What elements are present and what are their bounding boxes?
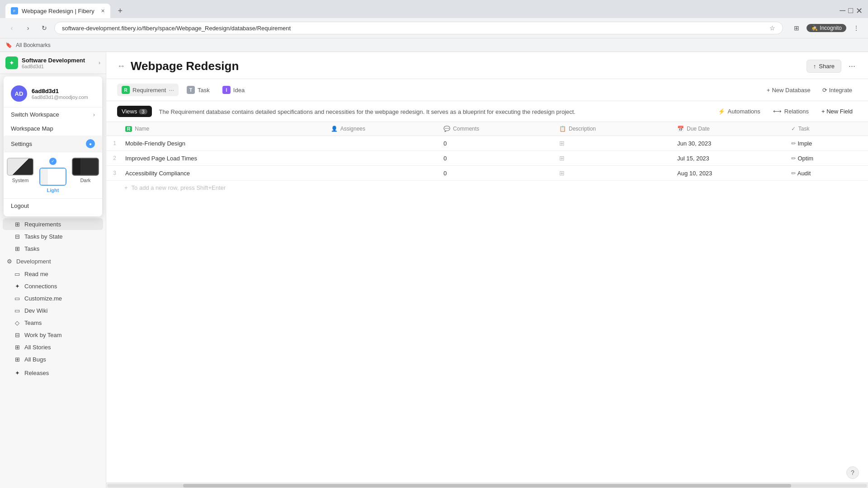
sidebar-item-customize[interactable]: ▭ Customize.me — [3, 292, 103, 304]
logout-item[interactable]: Logout — [4, 199, 102, 213]
row-name[interactable]: Improved Page Load Times — [120, 151, 326, 166]
readme-icon: ▭ — [14, 270, 21, 277]
theme-dark-option[interactable]: Dark — [72, 158, 99, 193]
description-placeholder-icon: ⊞ — [559, 140, 565, 147]
sidebar-item-tasks[interactable]: ⊞ Tasks — [3, 243, 103, 254]
theme-preview-inner — [8, 159, 33, 175]
development-header[interactable]: ⚙ Development — [0, 255, 106, 267]
more-options-button[interactable]: ··· — [847, 60, 857, 73]
theme-light-option[interactable]: ✓ Light — [39, 158, 66, 193]
integrate-button[interactable]: ⟳ Integrate — [817, 84, 857, 96]
row-comments[interactable]: 0 — [438, 166, 554, 181]
automations-button[interactable]: ⚡ Automations — [713, 106, 765, 117]
back-button[interactable]: ‹ — [5, 22, 18, 34]
row-due-date[interactable]: Aug 10, 2023 — [672, 166, 786, 181]
name-column-header[interactable]: R Name — [120, 122, 326, 136]
add-row-button[interactable]: + To add a new row, press Shift+Enter — [106, 181, 868, 195]
browser-tab[interactable]: F Webpage Redesign | Fibery ✕ — [5, 4, 110, 18]
new-field-button[interactable]: + New Field — [817, 106, 857, 117]
theme-system-option[interactable]: System — [7, 158, 34, 193]
due-date-column-header[interactable]: 📅 Due Date — [672, 122, 786, 136]
switch-workspace-label: Switch Workspace — [11, 111, 59, 118]
sidebar-item-releases[interactable]: ✦ Releases — [3, 367, 103, 379]
row-description[interactable]: ⊞ — [554, 136, 672, 151]
tab-close-button[interactable]: ✕ — [101, 8, 105, 14]
new-tab-button[interactable]: + — [114, 5, 127, 17]
settings-item[interactable]: Settings ● — [4, 136, 102, 152]
sidebar-item-dev-wiki[interactable]: ▭ Dev Wiki — [3, 305, 103, 316]
workspace-map-item[interactable]: Workspace Map — [4, 122, 102, 136]
integrate-icon: ⟳ — [822, 87, 827, 94]
table-row[interactable]: 2 Improved Page Load Times 0 ⊞ Jul 15, 2… — [106, 151, 868, 166]
db-tab-actions: + New Database ⟳ Integrate — [762, 84, 857, 96]
row-description[interactable]: ⊞ — [554, 151, 672, 166]
db-tab-task[interactable]: T Task — [182, 84, 214, 96]
forward-button[interactable]: › — [22, 22, 34, 34]
settings-label: Settings — [11, 141, 32, 147]
workspace-header[interactable]: ✦ Software Development 6ad8d3d1 › — [0, 52, 106, 74]
row-due-date[interactable]: Jun 30, 2023 — [672, 136, 786, 151]
user-avatar: AD — [11, 85, 27, 102]
share-button[interactable]: ↑ Share — [807, 60, 841, 73]
description-column-header[interactable]: 📋 Description — [554, 122, 672, 136]
theme-preview-inner — [73, 159, 98, 175]
table-container: R Name 👤 Assignees 💬 — [106, 122, 868, 483]
help-button[interactable]: ? — [846, 466, 859, 479]
row-name[interactable]: Mobile-Friendly Design — [120, 136, 326, 151]
sidebar-item-connections[interactable]: ✦ Connections — [3, 280, 103, 292]
row-task[interactable]: ✏ Audit — [786, 166, 868, 181]
teams-icon: ◇ — [14, 319, 21, 326]
row-comments[interactable]: 0 — [438, 136, 554, 151]
table-row[interactable]: 1 Mobile-Friendly Design 0 ⊞ Jun 30, 202… — [106, 136, 868, 151]
row-task[interactable]: ✏ Imple — [786, 136, 868, 151]
sidebar-item-all-bugs[interactable]: ⊞ All Bugs — [3, 353, 103, 365]
row-number: 3 — [106, 166, 120, 181]
minimize-button[interactable]: ─ — [840, 6, 845, 16]
table-row[interactable]: 3 Accessibility Compliance 0 ⊞ Aug 10, 2… — [106, 166, 868, 181]
row-assignees[interactable] — [326, 151, 438, 166]
row-name[interactable]: Accessibility Compliance — [120, 166, 326, 181]
comments-column-header[interactable]: 💬 Comments — [438, 122, 554, 136]
work-by-team-icon: ⊟ — [14, 331, 21, 338]
row-due-date[interactable]: Jul 15, 2023 — [672, 151, 786, 166]
sidebar-item-teams[interactable]: ◇ Teams — [3, 317, 103, 328]
bookmark-star-icon[interactable]: ☆ — [769, 24, 775, 32]
db-tab-requirement[interactable]: R Requirement ··· — [117, 84, 179, 96]
maximize-button[interactable]: □ — [848, 6, 853, 16]
scrollbar-thumb[interactable] — [183, 484, 791, 488]
relations-button[interactable]: ⟷ Relations — [769, 106, 813, 117]
sidebar-item-tasks-by-state[interactable]: ⊟ Tasks by State — [3, 230, 103, 242]
user-name: 6ad8d3d1 — [32, 88, 88, 94]
views-button[interactable]: Views 3 — [117, 106, 152, 117]
row-task[interactable]: ✏ Optim — [786, 151, 868, 166]
page-header: ↔ Webpage Redesign ↑ Share ··· — [106, 52, 868, 79]
sidebar-item-work-by-team[interactable]: ⊟ Work by Team — [3, 329, 103, 341]
reload-button[interactable]: ↻ — [38, 22, 51, 34]
close-button[interactable]: ✕ — [856, 6, 863, 16]
page-back-icon[interactable]: ↔ — [117, 61, 125, 71]
row-assignees[interactable] — [326, 136, 438, 151]
sidebar: ✦ Software Development 6ad8d3d1 › AD 6ad… — [0, 52, 106, 488]
assignees-column-header[interactable]: 👤 Assignees — [326, 122, 438, 136]
extensions-button[interactable]: ⊞ — [790, 22, 803, 34]
table-scrollbar[interactable] — [106, 483, 868, 488]
task-column-header[interactable]: ✓ Task — [786, 122, 868, 136]
switch-workspace-item[interactable]: Switch Workspace › — [4, 108, 102, 122]
row-description[interactable]: ⊞ — [554, 166, 672, 181]
row-comments[interactable]: 0 — [438, 151, 554, 166]
sidebar-item-readme[interactable]: ▭ Read me — [3, 268, 103, 280]
new-database-button[interactable]: + New Database — [762, 84, 816, 96]
sidebar-item-requirements[interactable]: ⊞ Requirements — [3, 218, 103, 230]
address-bar[interactable]: software-development.fibery.io/fibery/sp… — [54, 22, 783, 34]
row-assignees[interactable] — [326, 166, 438, 181]
name-column-label: Name — [135, 126, 149, 132]
db-tab-idea[interactable]: I Idea — [218, 84, 249, 96]
sidebar-item-all-stories[interactable]: ⊞ All Stories — [3, 341, 103, 353]
url-text: software-development.fibery.io/fibery/sp… — [62, 25, 766, 32]
bookmarks-icon: 🔖 — [5, 42, 12, 48]
theme-preview-inner — [40, 169, 66, 185]
requirement-tab-more-icon[interactable]: ··· — [169, 86, 174, 94]
scrollbar-track — [107, 484, 867, 488]
workspace-info: Software Development 6ad8d3d1 — [22, 57, 95, 69]
browser-menu-button[interactable]: ⋮ — [850, 22, 863, 34]
